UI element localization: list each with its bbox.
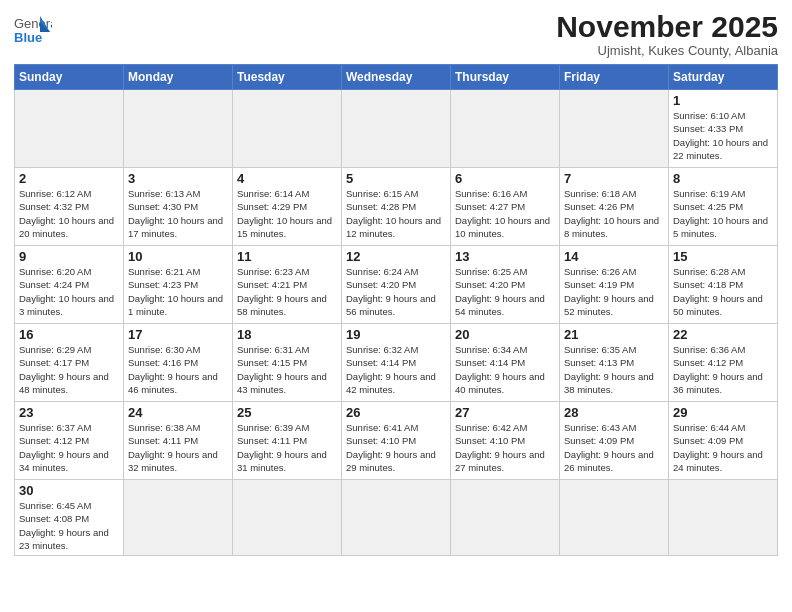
calendar-day-cell: 14Sunrise: 6:26 AM Sunset: 4:19 PM Dayli… bbox=[560, 246, 669, 324]
calendar-day-cell: 10Sunrise: 6:21 AM Sunset: 4:23 PM Dayli… bbox=[124, 246, 233, 324]
day-info: Sunrise: 6:41 AM Sunset: 4:10 PM Dayligh… bbox=[346, 421, 446, 474]
day-info: Sunrise: 6:43 AM Sunset: 4:09 PM Dayligh… bbox=[564, 421, 664, 474]
day-number: 30 bbox=[19, 483, 119, 498]
day-info: Sunrise: 6:20 AM Sunset: 4:24 PM Dayligh… bbox=[19, 265, 119, 318]
day-info: Sunrise: 6:28 AM Sunset: 4:18 PM Dayligh… bbox=[673, 265, 773, 318]
calendar-day-cell: 7Sunrise: 6:18 AM Sunset: 4:26 PM Daylig… bbox=[560, 168, 669, 246]
day-number: 11 bbox=[237, 249, 337, 264]
calendar-day-cell: 22Sunrise: 6:36 AM Sunset: 4:12 PM Dayli… bbox=[669, 324, 778, 402]
calendar-day-cell bbox=[124, 480, 233, 556]
calendar-day-cell: 4Sunrise: 6:14 AM Sunset: 4:29 PM Daylig… bbox=[233, 168, 342, 246]
calendar-day-cell: 30Sunrise: 6:45 AM Sunset: 4:08 PM Dayli… bbox=[15, 480, 124, 556]
day-info: Sunrise: 6:10 AM Sunset: 4:33 PM Dayligh… bbox=[673, 109, 773, 162]
day-number: 15 bbox=[673, 249, 773, 264]
day-info: Sunrise: 6:12 AM Sunset: 4:32 PM Dayligh… bbox=[19, 187, 119, 240]
day-number: 21 bbox=[564, 327, 664, 342]
calendar-day-cell: 16Sunrise: 6:29 AM Sunset: 4:17 PM Dayli… bbox=[15, 324, 124, 402]
calendar-day-cell: 2Sunrise: 6:12 AM Sunset: 4:32 PM Daylig… bbox=[15, 168, 124, 246]
day-number: 3 bbox=[128, 171, 228, 186]
svg-text:Blue: Blue bbox=[14, 30, 42, 45]
day-info: Sunrise: 6:18 AM Sunset: 4:26 PM Dayligh… bbox=[564, 187, 664, 240]
day-number: 27 bbox=[455, 405, 555, 420]
calendar-week-row: 2Sunrise: 6:12 AM Sunset: 4:32 PM Daylig… bbox=[15, 168, 778, 246]
calendar-day-cell bbox=[560, 480, 669, 556]
day-number: 6 bbox=[455, 171, 555, 186]
weekday-header-friday: Friday bbox=[560, 65, 669, 90]
month-title: November 2025 bbox=[556, 10, 778, 43]
day-info: Sunrise: 6:21 AM Sunset: 4:23 PM Dayligh… bbox=[128, 265, 228, 318]
day-info: Sunrise: 6:35 AM Sunset: 4:13 PM Dayligh… bbox=[564, 343, 664, 396]
day-info: Sunrise: 6:29 AM Sunset: 4:17 PM Dayligh… bbox=[19, 343, 119, 396]
day-info: Sunrise: 6:30 AM Sunset: 4:16 PM Dayligh… bbox=[128, 343, 228, 396]
day-number: 29 bbox=[673, 405, 773, 420]
header: General Blue November 2025 Ujmisht, Kuke… bbox=[14, 10, 778, 58]
day-number: 12 bbox=[346, 249, 446, 264]
calendar-week-row: 1Sunrise: 6:10 AM Sunset: 4:33 PM Daylig… bbox=[15, 90, 778, 168]
calendar-week-row: 23Sunrise: 6:37 AM Sunset: 4:12 PM Dayli… bbox=[15, 402, 778, 480]
page: General Blue November 2025 Ujmisht, Kuke… bbox=[0, 0, 792, 612]
day-info: Sunrise: 6:45 AM Sunset: 4:08 PM Dayligh… bbox=[19, 499, 119, 552]
day-number: 20 bbox=[455, 327, 555, 342]
calendar-week-row: 30Sunrise: 6:45 AM Sunset: 4:08 PM Dayli… bbox=[15, 480, 778, 556]
day-number: 10 bbox=[128, 249, 228, 264]
weekday-header-tuesday: Tuesday bbox=[233, 65, 342, 90]
weekday-header-wednesday: Wednesday bbox=[342, 65, 451, 90]
day-number: 9 bbox=[19, 249, 119, 264]
day-info: Sunrise: 6:42 AM Sunset: 4:10 PM Dayligh… bbox=[455, 421, 555, 474]
weekday-header-row: SundayMondayTuesdayWednesdayThursdayFrid… bbox=[15, 65, 778, 90]
calendar-day-cell: 29Sunrise: 6:44 AM Sunset: 4:09 PM Dayli… bbox=[669, 402, 778, 480]
title-block: November 2025 Ujmisht, Kukes County, Alb… bbox=[556, 10, 778, 58]
calendar-day-cell: 17Sunrise: 6:30 AM Sunset: 4:16 PM Dayli… bbox=[124, 324, 233, 402]
calendar-day-cell: 11Sunrise: 6:23 AM Sunset: 4:21 PM Dayli… bbox=[233, 246, 342, 324]
calendar-week-row: 16Sunrise: 6:29 AM Sunset: 4:17 PM Dayli… bbox=[15, 324, 778, 402]
day-info: Sunrise: 6:44 AM Sunset: 4:09 PM Dayligh… bbox=[673, 421, 773, 474]
day-info: Sunrise: 6:36 AM Sunset: 4:12 PM Dayligh… bbox=[673, 343, 773, 396]
day-info: Sunrise: 6:26 AM Sunset: 4:19 PM Dayligh… bbox=[564, 265, 664, 318]
day-info: Sunrise: 6:39 AM Sunset: 4:11 PM Dayligh… bbox=[237, 421, 337, 474]
calendar-day-cell bbox=[15, 90, 124, 168]
calendar-week-row: 9Sunrise: 6:20 AM Sunset: 4:24 PM Daylig… bbox=[15, 246, 778, 324]
calendar-day-cell: 18Sunrise: 6:31 AM Sunset: 4:15 PM Dayli… bbox=[233, 324, 342, 402]
day-info: Sunrise: 6:13 AM Sunset: 4:30 PM Dayligh… bbox=[128, 187, 228, 240]
calendar-day-cell bbox=[451, 480, 560, 556]
calendar-day-cell: 15Sunrise: 6:28 AM Sunset: 4:18 PM Dayli… bbox=[669, 246, 778, 324]
calendar-day-cell: 21Sunrise: 6:35 AM Sunset: 4:13 PM Dayli… bbox=[560, 324, 669, 402]
day-number: 2 bbox=[19, 171, 119, 186]
calendar-day-cell: 26Sunrise: 6:41 AM Sunset: 4:10 PM Dayli… bbox=[342, 402, 451, 480]
calendar-day-cell bbox=[560, 90, 669, 168]
calendar-day-cell bbox=[451, 90, 560, 168]
calendar-day-cell: 23Sunrise: 6:37 AM Sunset: 4:12 PM Dayli… bbox=[15, 402, 124, 480]
calendar-day-cell: 27Sunrise: 6:42 AM Sunset: 4:10 PM Dayli… bbox=[451, 402, 560, 480]
calendar-day-cell: 25Sunrise: 6:39 AM Sunset: 4:11 PM Dayli… bbox=[233, 402, 342, 480]
day-number: 13 bbox=[455, 249, 555, 264]
calendar-day-cell: 20Sunrise: 6:34 AM Sunset: 4:14 PM Dayli… bbox=[451, 324, 560, 402]
day-number: 14 bbox=[564, 249, 664, 264]
logo: General Blue bbox=[14, 14, 52, 48]
calendar-day-cell: 19Sunrise: 6:32 AM Sunset: 4:14 PM Dayli… bbox=[342, 324, 451, 402]
day-number: 5 bbox=[346, 171, 446, 186]
day-info: Sunrise: 6:14 AM Sunset: 4:29 PM Dayligh… bbox=[237, 187, 337, 240]
subtitle: Ujmisht, Kukes County, Albania bbox=[556, 43, 778, 58]
calendar-day-cell bbox=[124, 90, 233, 168]
weekday-header-saturday: Saturday bbox=[669, 65, 778, 90]
day-info: Sunrise: 6:16 AM Sunset: 4:27 PM Dayligh… bbox=[455, 187, 555, 240]
day-number: 19 bbox=[346, 327, 446, 342]
calendar-day-cell: 13Sunrise: 6:25 AM Sunset: 4:20 PM Dayli… bbox=[451, 246, 560, 324]
calendar-day-cell: 3Sunrise: 6:13 AM Sunset: 4:30 PM Daylig… bbox=[124, 168, 233, 246]
weekday-header-monday: Monday bbox=[124, 65, 233, 90]
day-number: 23 bbox=[19, 405, 119, 420]
day-info: Sunrise: 6:31 AM Sunset: 4:15 PM Dayligh… bbox=[237, 343, 337, 396]
calendar-day-cell: 8Sunrise: 6:19 AM Sunset: 4:25 PM Daylig… bbox=[669, 168, 778, 246]
calendar-day-cell: 1Sunrise: 6:10 AM Sunset: 4:33 PM Daylig… bbox=[669, 90, 778, 168]
calendar-day-cell bbox=[233, 480, 342, 556]
day-info: Sunrise: 6:34 AM Sunset: 4:14 PM Dayligh… bbox=[455, 343, 555, 396]
day-info: Sunrise: 6:23 AM Sunset: 4:21 PM Dayligh… bbox=[237, 265, 337, 318]
weekday-header-thursday: Thursday bbox=[451, 65, 560, 90]
calendar-day-cell bbox=[233, 90, 342, 168]
day-info: Sunrise: 6:37 AM Sunset: 4:12 PM Dayligh… bbox=[19, 421, 119, 474]
day-number: 8 bbox=[673, 171, 773, 186]
calendar-day-cell: 6Sunrise: 6:16 AM Sunset: 4:27 PM Daylig… bbox=[451, 168, 560, 246]
day-info: Sunrise: 6:24 AM Sunset: 4:20 PM Dayligh… bbox=[346, 265, 446, 318]
calendar-day-cell: 5Sunrise: 6:15 AM Sunset: 4:28 PM Daylig… bbox=[342, 168, 451, 246]
calendar: SundayMondayTuesdayWednesdayThursdayFrid… bbox=[14, 64, 778, 556]
